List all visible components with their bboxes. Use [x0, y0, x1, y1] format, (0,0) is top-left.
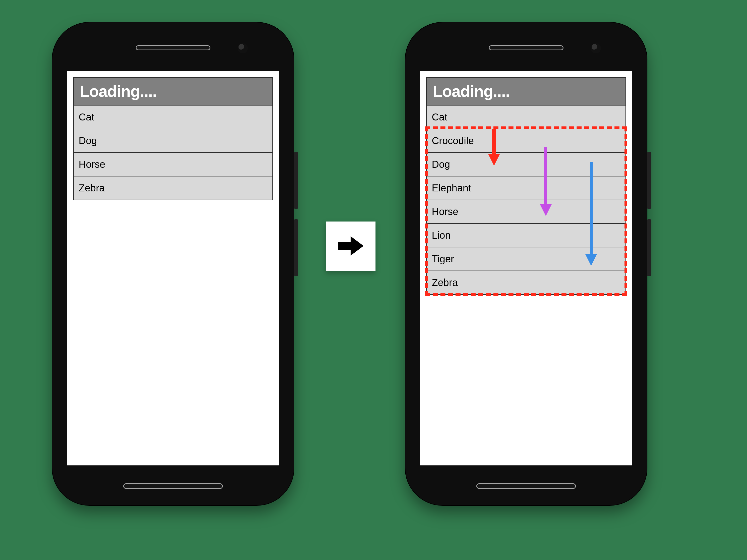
list-item-label: Lion	[432, 230, 451, 241]
list-item[interactable]: Tiger	[427, 247, 625, 270]
phone-side-button	[294, 219, 298, 276]
list-item-label: Dog	[79, 135, 97, 146]
list-item[interactable]: Cat	[74, 105, 273, 129]
arrow-right-icon	[334, 230, 367, 263]
list-item-label: Cat	[432, 111, 447, 123]
phone-camera-icon	[591, 43, 601, 53]
list-item[interactable]: Zebra	[427, 270, 625, 294]
phone-home-bar	[123, 483, 223, 489]
phone-side-button	[647, 152, 651, 209]
phone-home-bar	[476, 483, 576, 489]
phone-earpiece	[489, 45, 564, 50]
phone-device-before: Loading.... Cat Dog Horse Zebra	[52, 22, 294, 505]
phone-earpiece	[136, 45, 210, 50]
list-item[interactable]: Zebra	[74, 176, 273, 199]
list-item[interactable]: Cat	[427, 105, 625, 129]
transition-arrow-card	[326, 221, 376, 271]
phone-screen: Loading.... Cat Crocodile Dog Elephant H…	[420, 71, 632, 465]
list-item-label: Tiger	[432, 254, 454, 264]
list-item-label: Horse	[79, 159, 105, 170]
list-item[interactable]: Dog	[74, 129, 273, 152]
items-list[interactable]: Cat Dog Horse Zebra	[73, 105, 273, 200]
items-list[interactable]: Cat Crocodile Dog Elephant Horse Lion Ti…	[426, 105, 626, 295]
phone-side-button	[294, 152, 298, 209]
phone-screen: Loading.... Cat Dog Horse Zebra	[67, 71, 279, 465]
app-title: Loading....	[80, 82, 157, 100]
phone-side-button	[647, 219, 651, 276]
list-item-label: Horse	[432, 206, 458, 217]
list-item[interactable]: Horse	[74, 152, 273, 176]
app-title: Loading....	[433, 82, 510, 100]
list-item-label: Zebra	[432, 277, 458, 288]
list-item[interactable]: Horse	[427, 199, 625, 223]
phone-camera-icon	[238, 43, 248, 53]
list-item-label: Elephant	[432, 182, 471, 193]
list-item[interactable]: Lion	[427, 223, 625, 247]
list-item-label: Crocodile	[432, 135, 474, 146]
list-item[interactable]: Dog	[427, 152, 625, 176]
list-item[interactable]: Crocodile	[427, 129, 625, 152]
list-item-label: Zebra	[79, 182, 105, 193]
app-title-bar: Loading....	[73, 77, 273, 105]
list-item-label: Dog	[432, 159, 450, 170]
app-title-bar: Loading....	[426, 77, 626, 105]
list-item[interactable]: Elephant	[427, 176, 625, 199]
list-item-label: Cat	[79, 111, 94, 123]
phone-device-after: Loading.... Cat Crocodile Dog Elephant H…	[405, 22, 647, 505]
